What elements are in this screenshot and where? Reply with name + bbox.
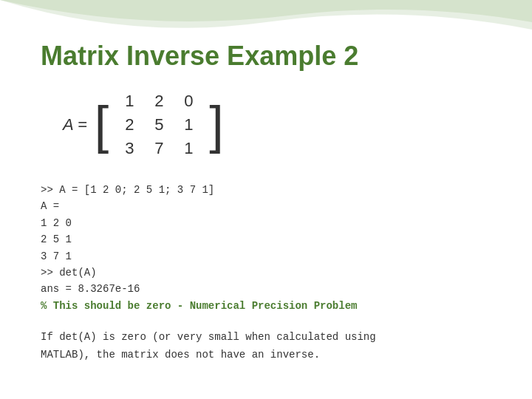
bracket-right: ] xyxy=(209,86,223,163)
cell-0-0: 1 xyxy=(115,92,144,111)
code-line-2: 1 2 0 xyxy=(41,215,517,231)
code-block: >> A = [1 2 0; 2 5 1; 3 7 1] A = 1 2 0 2… xyxy=(41,182,517,314)
page-title: Matrix Inverse Example 2 xyxy=(41,41,517,72)
matrix-bracket-container: [ 1 2 0 2 5 1 3 7 1 ] xyxy=(95,86,224,163)
code-line-7: % This should be zero - Numerical Precis… xyxy=(41,298,517,314)
cell-2-0: 3 xyxy=(115,139,144,158)
code-line-5: >> det(A) xyxy=(41,265,517,281)
bracket-left: [ xyxy=(95,86,109,163)
cell-0-2: 0 xyxy=(174,92,203,111)
code-line-1: A = xyxy=(41,198,517,214)
code-line-0: >> A = [1 2 0; 2 5 1; 3 7 1] xyxy=(41,182,517,198)
prose-line-1: MATLAB), the matrix does not have an inv… xyxy=(41,347,517,364)
matrix-section: A = [ 1 2 0 2 5 1 3 7 1 ] xyxy=(63,86,517,163)
cell-1-1: 5 xyxy=(144,115,174,134)
code-line-3: 2 5 1 xyxy=(41,231,517,248)
matrix-grid: 1 2 0 2 5 1 3 7 1 xyxy=(109,86,209,163)
matrix-label: A = xyxy=(63,115,87,134)
cell-1-0: 2 xyxy=(115,115,144,134)
prose-block: If det(A) is zero (or very small when ca… xyxy=(41,329,517,364)
code-line-4: 3 7 1 xyxy=(41,248,517,265)
cell-2-1: 7 xyxy=(144,139,174,158)
top-decoration xyxy=(0,0,532,44)
cell-1-2: 1 xyxy=(174,115,203,134)
highlight-comment: % This should be zero - Numerical Precis… xyxy=(41,300,357,312)
code-line-6: ans = 8.3267e-16 xyxy=(41,281,517,297)
cell-2-2: 1 xyxy=(174,139,203,158)
prose-line-0: If det(A) is zero (or very small when ca… xyxy=(41,329,517,347)
cell-0-1: 2 xyxy=(144,92,174,111)
